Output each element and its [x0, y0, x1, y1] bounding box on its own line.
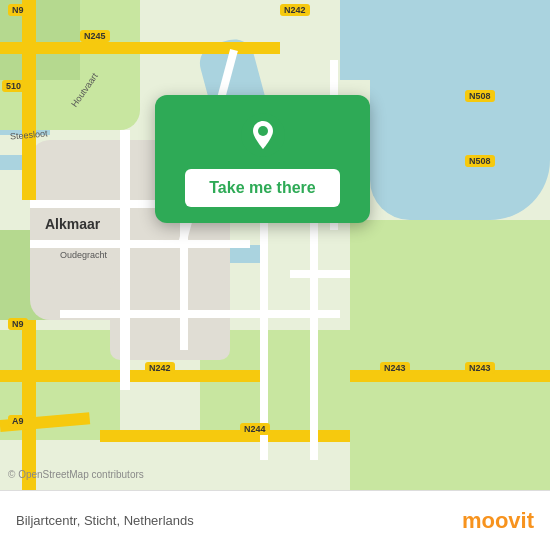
water-east-top2 — [340, 0, 380, 80]
road-vertical-1 — [120, 130, 130, 390]
label-a9-bot: A9 — [8, 415, 28, 427]
map-container: N9 N245 N242 N508 N508 N242 N243 N243 N2… — [0, 0, 550, 550]
location-pin-icon — [241, 113, 285, 157]
label-n242-mid: N242 — [145, 362, 175, 374]
label-n244-bot: N244 — [240, 423, 270, 435]
bottom-bar: Biljartcentr, Sticht, Netherlands moovit — [0, 490, 550, 550]
road-horiz-2 — [30, 240, 250, 248]
label-n242-top: N242 — [280, 4, 310, 16]
label-n510: 510 — [2, 80, 25, 92]
road-vertical-4 — [310, 200, 318, 460]
label-oudegracht: Oudegracht — [60, 250, 107, 260]
take-me-there-button[interactable]: Take me there — [185, 169, 339, 207]
label-n9-left: N9 — [8, 318, 28, 330]
city-label-alkmaar: Alkmaar — [45, 216, 100, 232]
moovit-logo: moovit — [462, 508, 534, 534]
road-n9-top — [22, 0, 36, 200]
road-horiz-3 — [60, 310, 340, 318]
label-n245-top: N245 — [80, 30, 110, 42]
label-n508-right: N508 — [465, 90, 495, 102]
popup-card: Take me there — [155, 95, 370, 223]
road-n242-bot — [0, 370, 260, 382]
copyright-text: © OpenStreetMap contributors — [8, 469, 144, 480]
svg-point-1 — [258, 126, 268, 136]
moovit-text: moovit — [462, 508, 534, 534]
label-n243-bot2: N243 — [465, 362, 495, 374]
label-n243-bot: N243 — [380, 362, 410, 374]
location-text: Biljartcentr, Sticht, Netherlands — [16, 513, 194, 528]
water-east-top — [370, 0, 550, 220]
road-n245 — [0, 42, 280, 54]
label-n9-top: N9 — [8, 4, 28, 16]
road-cross-1 — [290, 270, 350, 278]
label-n508-right2: N508 — [465, 155, 495, 167]
